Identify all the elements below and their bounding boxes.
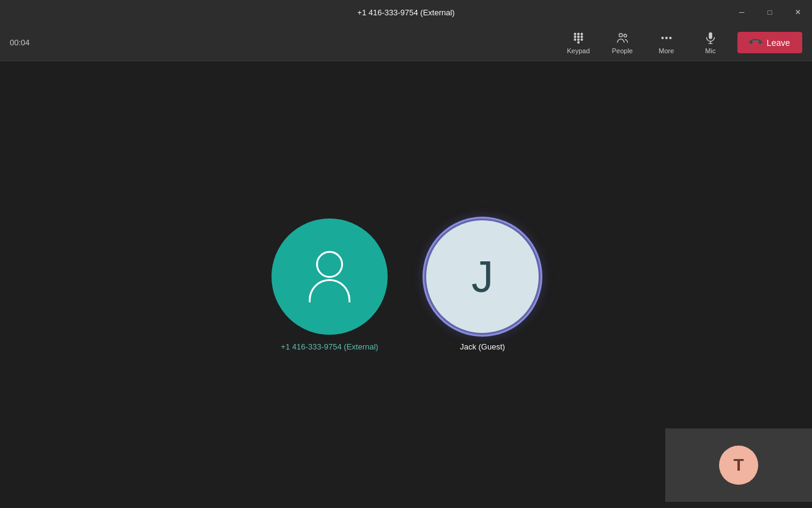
mic-icon (704, 31, 717, 45)
minimize-icon: ─ (739, 8, 745, 17)
self-initial: T (733, 455, 744, 475)
keypad-label: Keypad (567, 47, 589, 54)
title-bar: +1 416-333-9754 (External) ─ □ ✕ (0, 0, 812, 24)
svg-point-10 (619, 33, 622, 37)
keypad-icon (572, 31, 585, 45)
people-label: People (612, 47, 633, 54)
leave-button[interactable]: 📞 Leave (737, 32, 802, 53)
close-icon: ✕ (795, 8, 801, 17)
participant-name-jack: Jack (Guest) (460, 342, 505, 351)
maximize-button[interactable]: □ (756, 0, 784, 24)
main-content: +1 416-333-9754 (External) J Jack (Guest… (0, 61, 812, 508)
svg-point-12 (662, 37, 663, 39)
mic-label: Mic (705, 47, 715, 54)
svg-point-4 (577, 35, 579, 37)
avatar-jack: J (424, 219, 541, 335)
participants: +1 416-333-9754 (External) J Jack (Guest… (271, 219, 541, 351)
maximize-icon: □ (767, 8, 772, 17)
svg-point-13 (665, 37, 667, 39)
participant-avatar-letter-jack: J (471, 252, 493, 302)
svg-point-0 (574, 33, 576, 35)
participant-external: +1 416-333-9754 (External) (271, 219, 388, 351)
person-head (316, 251, 343, 278)
self-avatar: T (719, 446, 758, 485)
title-bar-title: +1 416-333-9754 (External) (357, 8, 454, 17)
keypad-button[interactable]: Keypad (559, 27, 598, 59)
participant-name-external: +1 416-333-9754 (External) (281, 342, 378, 351)
more-label: More (659, 47, 674, 54)
toolbar: 00:04 Keypad (0, 24, 812, 61)
svg-point-1 (577, 33, 579, 35)
close-button[interactable]: ✕ (784, 0, 812, 24)
call-timer: 00:04 (10, 38, 30, 47)
svg-point-6 (574, 39, 576, 40)
avatar-external (271, 219, 388, 335)
svg-point-9 (577, 41, 579, 43)
person-body (309, 279, 350, 302)
people-button[interactable]: People (603, 27, 642, 59)
leave-label: Leave (767, 38, 790, 48)
more-icon (660, 31, 673, 45)
svg-point-7 (577, 39, 579, 40)
svg-point-14 (670, 37, 671, 39)
minimize-button[interactable]: ─ (728, 0, 756, 24)
svg-point-11 (624, 34, 627, 37)
svg-point-2 (581, 33, 583, 35)
self-view: T (665, 428, 812, 502)
svg-point-3 (574, 35, 576, 37)
phone-icon: 📞 (747, 34, 764, 51)
toolbar-actions: Keypad People More (559, 27, 730, 59)
svg-point-8 (581, 39, 583, 40)
svg-point-5 (581, 35, 583, 37)
mic-button[interactable]: Mic (691, 27, 730, 59)
more-button[interactable]: More (647, 27, 686, 59)
participant-jack: J Jack (Guest) (424, 219, 541, 351)
people-icon (616, 31, 629, 45)
svg-rect-15 (709, 32, 712, 39)
window-controls: ─ □ ✕ (728, 0, 812, 24)
person-icon (309, 251, 350, 302)
